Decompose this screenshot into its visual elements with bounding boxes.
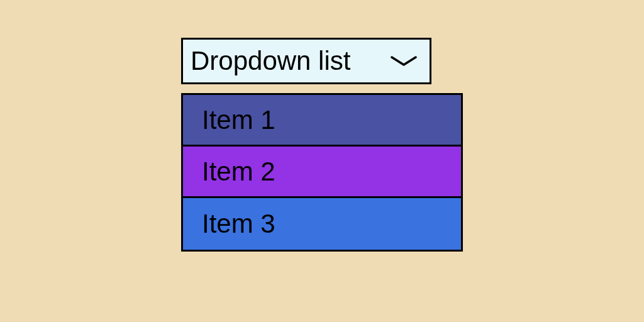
dropdown-item-1[interactable]: Item 1 (183, 95, 461, 147)
dropdown-header[interactable]: Dropdown list (181, 38, 431, 84)
dropdown-item-2[interactable]: Item 2 (183, 147, 461, 198)
dropdown-item-label: Item 1 (202, 105, 275, 135)
dropdown-item-label: Item 3 (202, 209, 275, 239)
dropdown-label: Dropdown list (191, 46, 350, 76)
dropdown-item-3[interactable]: Item 3 (183, 198, 461, 250)
dropdown-list: Item 1 Item 2 Item 3 (181, 93, 463, 252)
chevron-down-icon (391, 56, 417, 66)
dropdown-item-label: Item 2 (202, 157, 275, 187)
dropdown-container: Dropdown list Item 1 Item 2 Item 3 (181, 38, 463, 252)
